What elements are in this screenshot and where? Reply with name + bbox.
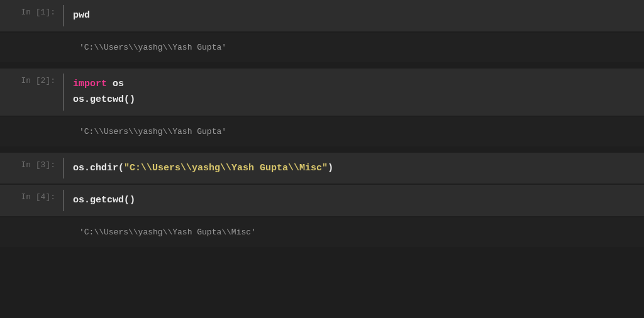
input-prompt: In [4]:	[0, 190, 63, 211]
string-literal: "C:\\Users\\yashg\\Yash Gupta\\Misc"	[124, 163, 328, 173]
input-cell-3[interactable]: In [3]: os.chdir("C:\\Users\\yashg\\Yash…	[0, 153, 644, 184]
output-text: 'C:\\Users\\yashg\\Yash Gupta\\Misc'	[63, 225, 644, 239]
output-text: 'C:\\Users\\yashg\\Yash Gupta'	[63, 124, 644, 139]
code-line: os.chdir("C:\\Users\\yashg\\Yash Gupta\\…	[73, 160, 638, 177]
code-content[interactable]: pwd	[63, 5, 644, 26]
input-cell-4[interactable]: In [4]: os.getcwd()	[0, 185, 644, 216]
code-content[interactable]: import os os.getcwd()	[63, 74, 644, 111]
output-prompt	[0, 124, 63, 139]
output-prompt	[0, 225, 63, 239]
output-cell-2: 'C:\\Users\\yashg\\Yash Gupta'	[0, 117, 644, 146]
input-cell-2[interactable]: In [2]: import os os.getcwd()	[0, 69, 644, 116]
code-line: os.getcwd()	[73, 195, 135, 206]
call-close: )	[328, 163, 333, 173]
input-prompt: In [3]:	[0, 158, 63, 179]
input-cell-1[interactable]: In [1]: pwd	[0, 0, 644, 31]
code-content[interactable]: os.chdir("C:\\Users\\yashg\\Yash Gupta\\…	[63, 158, 644, 179]
keyword-import: import	[73, 79, 107, 89]
code-content[interactable]: os.getcwd()	[63, 190, 644, 211]
output-prompt	[0, 40, 63, 55]
code-line: import os	[73, 76, 638, 92]
output-text: 'C:\\Users\\yashg\\Yash Gupta'	[63, 40, 644, 55]
call-open: os.chdir(	[73, 163, 124, 173]
code-line: pwd	[73, 10, 90, 21]
input-prompt: In [1]:	[0, 5, 63, 26]
output-cell-4: 'C:\\Users\\yashg\\Yash Gupta\\Misc'	[0, 217, 644, 247]
input-prompt: In [2]:	[0, 74, 63, 111]
code-line: os.getcwd()	[73, 92, 638, 108]
module-name: os	[107, 79, 124, 89]
output-cell-1: 'C:\\Users\\yashg\\Yash Gupta'	[0, 33, 644, 62]
